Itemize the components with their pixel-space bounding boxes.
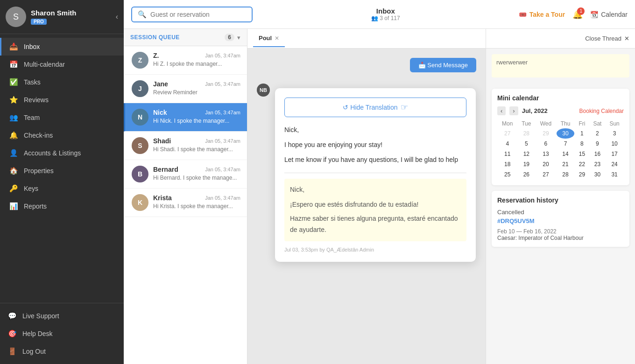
sidebar-item-check-ins[interactable]: 🔔 Check-ins (0, 126, 124, 144)
search-input[interactable] (150, 11, 246, 18)
sidebar-item-reports[interactable]: 📊 Reports (0, 197, 124, 215)
reservation-dates: Feb 10 — Feb 16, 2022 (497, 228, 624, 235)
cal-cell[interactable]: 16 (590, 149, 606, 159)
cal-cell[interactable]: 10 (605, 139, 624, 149)
cal-cell[interactable]: 4 (497, 139, 517, 149)
cal-cell[interactable]: 8 (574, 139, 589, 149)
reservation-id[interactable]: #DRQ5UV5M (497, 217, 624, 224)
take-a-tour-button[interactable]: 🎟️ Take a Tour (519, 11, 565, 18)
cal-cell[interactable]: 30 (590, 169, 606, 180)
session-queue-title: SESSION QUEUE (130, 34, 180, 41)
cal-cell[interactable]: 3 (605, 128, 624, 139)
sidebar-item-inbox[interactable]: 📥 Inbox (0, 38, 124, 56)
queue-item-z[interactable]: Z Z. Jan 05, 3:47am Hi Z. I spoke the ma… (124, 46, 247, 75)
sidebar-item-team[interactable]: 👥 Team (0, 109, 124, 126)
sidebar-item-log-out[interactable]: 🚪 Log Out (0, 343, 124, 360)
queue-item-shadi[interactable]: S Shadi Jan 05, 3:47am Hi Shadi. I spoke… (124, 132, 247, 160)
notification-badge: 1 (577, 7, 585, 15)
cal-cell[interactable]: 6 (535, 139, 557, 149)
sidebar-item-keys[interactable]: 🔑 Keys (0, 180, 124, 197)
check-ins-icon: 🔔 (9, 131, 18, 140)
close-icon: ✕ (624, 35, 629, 42)
cal-cell[interactable]: 14 (557, 149, 575, 159)
sidebar-item-tasks[interactable]: ✅ Tasks (0, 73, 124, 91)
chat-area: Poul ✕ 📩 Send Message NB ↺ Hide Translat… (247, 29, 486, 364)
cal-cell[interactable]: 29 (535, 128, 557, 139)
cal-cell[interactable]: 17 (605, 149, 624, 159)
cal-cell[interactable]: 1 (574, 128, 589, 139)
sidebar-item-reviews[interactable]: ⭐ Reviews (0, 91, 124, 109)
chat-tab-poul[interactable]: Poul ✕ (253, 30, 285, 47)
close-thread-button[interactable]: Close Thread ✕ (585, 35, 629, 42)
sidebar-item-label: Check-ins (24, 132, 53, 139)
cal-cell[interactable]: 18 (497, 159, 517, 169)
cal-cell[interactable]: 2 (590, 128, 606, 139)
cal-cell[interactable]: 9 (590, 139, 606, 149)
cal-cell[interactable]: 23 (590, 159, 606, 169)
cal-cell[interactable]: 15 (574, 149, 589, 159)
people-icon: 👥 (371, 15, 378, 21)
sidebar-item-label: Inbox (24, 43, 40, 50)
sidebar-item-live-support[interactable]: 💬 Live Support (0, 307, 124, 325)
sidebar-item-label: Reports (24, 203, 47, 210)
sidebar-item-help-desk[interactable]: 🎯 Help Desk (0, 325, 124, 343)
chat-tab-close-button[interactable]: ✕ (275, 35, 279, 42)
queue-item-nick[interactable]: N Nick Jan 05, 3:47am Hi Nick. I spoke t… (124, 103, 247, 132)
search-box[interactable]: 🔍 (131, 7, 253, 22)
hide-translation-button[interactable]: ↺ Hide Translation ☞ (284, 98, 466, 117)
cal-cell[interactable]: 28 (557, 169, 575, 180)
cal-cell[interactable]: 27 (535, 169, 557, 180)
live-support-icon: 💬 (7, 312, 17, 320)
queue-item-jane[interactable]: J Jane Jan 05, 3:47am Review Reminder (124, 75, 247, 103)
cal-cell[interactable]: 30 (557, 128, 575, 139)
queue-item-bernard[interactable]: B Bernard Jan 05, 3:47am Hi Bernard. I s… (124, 160, 247, 189)
cal-cell[interactable]: 28 (517, 128, 535, 139)
footer-label: Log Out (22, 348, 46, 355)
cal-cell[interactable]: 26 (517, 169, 535, 180)
cal-cell[interactable]: 25 (497, 169, 517, 180)
queue-item-name: Nick (153, 109, 167, 116)
cal-cell[interactable]: 5 (517, 139, 535, 149)
tasks-icon: ✅ (9, 78, 18, 86)
queue-item-time: Jan 05, 3:47am (205, 195, 240, 201)
cal-cell[interactable]: 22 (574, 159, 589, 169)
mini-cal-prev-button[interactable]: ‹ (497, 106, 506, 115)
send-message-button[interactable]: 📩 Send Message (410, 58, 476, 72)
mini-cal-month: Jul, 2022 (522, 107, 548, 114)
notifications-button[interactable]: 🔔 1 (572, 9, 583, 20)
cal-cell[interactable]: 27 (497, 128, 517, 139)
cal-cell[interactable]: 13 (535, 149, 557, 159)
mini-cal-next-button[interactable]: › (509, 106, 518, 115)
queue-item-krista[interactable]: K Krista Jan 05, 3:47am Hi Krista. I spo… (124, 189, 247, 217)
avatar-nick: N (132, 109, 148, 126)
sidebar-item-accounts-listings[interactable]: 👤 Accounts & Listings (0, 144, 124, 162)
queue-item-content: Bernard Jan 05, 3:47am Hi Bernard. I spo… (153, 166, 240, 181)
cal-cell[interactable]: 12 (517, 149, 535, 159)
avatar-bernard: B (132, 166, 148, 182)
reservation-property: Caesar: Imperator of Coal Harbour (497, 235, 624, 241)
sidebar-collapse-button[interactable]: ‹ (116, 13, 118, 21)
calendar-button[interactable]: 📆 Calendar (590, 11, 628, 18)
sidebar-item-properties[interactable]: 🏠 Properties (0, 162, 124, 180)
calendar-icon: 📆 (590, 11, 598, 18)
cal-cell[interactable]: 24 (605, 159, 624, 169)
booking-calendar-link[interactable]: Booking Calendar (579, 108, 624, 114)
cal-cell[interactable]: 19 (517, 159, 535, 169)
log-out-icon: 🚪 (7, 347, 17, 356)
cal-cell[interactable]: 29 (574, 169, 589, 180)
sidebar-item-multi-calendar[interactable]: 📅 Multi-calendar (0, 56, 124, 73)
translation-popup: ↺ Hide Translation ☞ Nick, I hope you ar… (275, 88, 476, 262)
cal-cell[interactable]: 21 (557, 159, 575, 169)
avatar-shadi: S (132, 137, 148, 154)
inbox-title: Inbox (371, 7, 400, 15)
cal-cell[interactable]: 7 (557, 139, 575, 149)
queue-item-time: Jan 05, 3:47am (205, 167, 240, 172)
cal-header-sat: Sat (590, 119, 606, 128)
cal-cell[interactable]: 11 (497, 149, 517, 159)
cal-header-wed: Wed (535, 119, 557, 128)
cal-cell[interactable]: 20 (535, 159, 557, 169)
cal-cell[interactable]: 31 (605, 169, 624, 180)
footer-label: Help Desk (22, 330, 53, 337)
session-queue-toggle[interactable]: ▾ (237, 34, 240, 41)
note-box: rwerwerwer (492, 54, 629, 77)
